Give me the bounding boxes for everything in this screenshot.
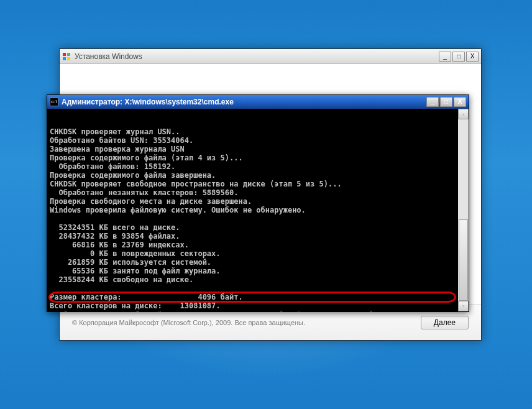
cmd-output-line: Проверка содержимого файла завершена.	[50, 171, 466, 180]
scroll-track[interactable]	[458, 119, 469, 301]
cmd-output-line: Завершена проверка журнала USN	[50, 145, 466, 154]
installer-titlebar[interactable]: Установка Windows _ □ X	[60, 49, 481, 64]
cmd-output[interactable]: CHKDSK проверяет журнал USN..Обработано …	[47, 109, 469, 311]
cmd-window-controls: _ □ X	[425, 97, 466, 107]
cmd-output-line	[50, 214, 466, 223]
cmd-output-line: CHKDSK проверяет свободное пространство …	[50, 180, 466, 188]
close-button[interactable]: X	[454, 97, 466, 107]
scroll-down-button[interactable]: ▾	[458, 301, 469, 311]
copyright-text: © Корпорация Майкрософт (Microsoft Corp.…	[72, 319, 421, 326]
cmd-scrollbar[interactable]: ▴ ▾	[458, 109, 469, 311]
minimize-button[interactable]: _	[426, 97, 439, 107]
cmd-output-line: Windows проверила файловую систему. Ошиб…	[50, 206, 466, 214]
cmd-output-line: Ошибка передачи сообщений о регистрации …	[50, 310, 466, 311]
cmd-output-line	[50, 284, 466, 293]
cmd-output-line: Проверка содержимого файла (этап 4 из 5)…	[50, 154, 466, 162]
cmd-output-line: 52324351 КБ всего на диске.	[50, 223, 466, 232]
cmd-output-line: Обработано незанятых кластеров: 5889560.	[50, 188, 466, 197]
cmd-output-line: 23558244 КБ свободно на диске.	[50, 275, 466, 284]
cmd-output-line: Обработано файлов: 158192.	[50, 162, 466, 171]
svg-rect-1	[67, 53, 70, 56]
next-button[interactable]: Далее	[421, 316, 469, 329]
cmd-output-line: 261859 КБ используется системой.	[50, 258, 466, 267]
cmd-output-line: 0 КБ в поврежденных секторах.	[50, 249, 466, 258]
cmd-output-line: 28437432 КБ в 93854 файлах.	[50, 232, 466, 241]
cmd-output-line: CHKDSK проверяет журнал USN..	[50, 127, 466, 136]
minimize-button[interactable]: _	[439, 52, 451, 62]
svg-rect-2	[63, 57, 66, 60]
cmd-output-line: 66816 КБ в 23769 индексах.	[50, 241, 466, 249]
cmd-titlebar[interactable]: c:\ Администратор: X:\windows\system32\c…	[47, 95, 469, 109]
cmd-output-line: Обработано байтов USN: 35534064.	[50, 136, 466, 145]
scroll-thumb[interactable]	[459, 219, 468, 301]
cmd-icon: c:\	[50, 98, 58, 106]
installer-window-controls: _ □ X	[438, 52, 479, 62]
windows-flag-icon	[62, 52, 71, 61]
cmd-output-line: Размер кластера: 4096 байт.	[50, 293, 466, 301]
maximize-button[interactable]: □	[452, 52, 465, 62]
scroll-up-button[interactable]: ▴	[458, 109, 469, 119]
close-button[interactable]: X	[466, 52, 479, 62]
svg-rect-0	[63, 53, 66, 56]
cmd-output-line: 65536 КБ занято под файл журнала.	[50, 267, 466, 275]
cmd-window: c:\ Администратор: X:\windows\system32\c…	[47, 94, 469, 312]
svg-rect-3	[67, 57, 70, 60]
cmd-title: Администратор: X:\windows\system32\cmd.e…	[62, 98, 425, 106]
installer-title: Установка Windows	[75, 52, 438, 61]
maximize-button[interactable]: □	[440, 97, 452, 107]
cmd-output-line: Всего кластеров на диске: 13081087.	[50, 301, 466, 310]
cmd-output-line: Проверка свободного места на диске завер…	[50, 197, 466, 206]
